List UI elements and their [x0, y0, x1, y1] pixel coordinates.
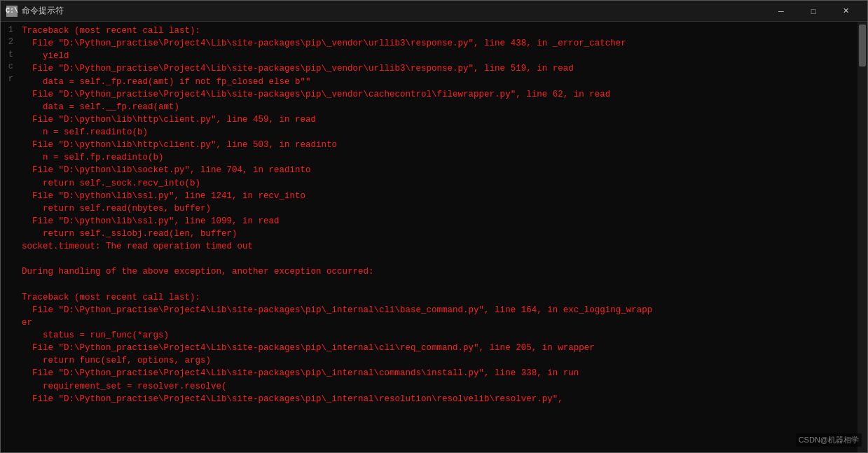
line-numbers: 1 2 t c r: [1, 22, 18, 452]
window-controls: ─ □ ✕: [765, 1, 862, 22]
terminal-output: Traceback (most recent call last): File …: [18, 22, 857, 452]
app-icon: C:\: [6, 6, 18, 17]
watermark: CSDN@机器相学: [796, 433, 862, 447]
window-title: 命令提示符: [22, 5, 765, 17]
terminal-content: Traceback (most recent call last): File …: [22, 25, 853, 405]
content-area: 1 2 t c r Traceback (most: [1, 22, 867, 452]
minimize-button[interactable]: ─: [765, 1, 797, 22]
close-button[interactable]: ✕: [829, 1, 862, 22]
app-icon-label: C:\: [6, 7, 18, 15]
window: C:\ 命令提示符 ─ □ ✕ 1 2 t c r: [0, 0, 868, 453]
maximize-button[interactable]: □: [797, 1, 829, 22]
scrollbar-thumb[interactable]: [859, 25, 866, 67]
titlebar: C:\ 命令提示符 ─ □ ✕: [1, 1, 867, 22]
scrollbar[interactable]: [857, 22, 867, 452]
